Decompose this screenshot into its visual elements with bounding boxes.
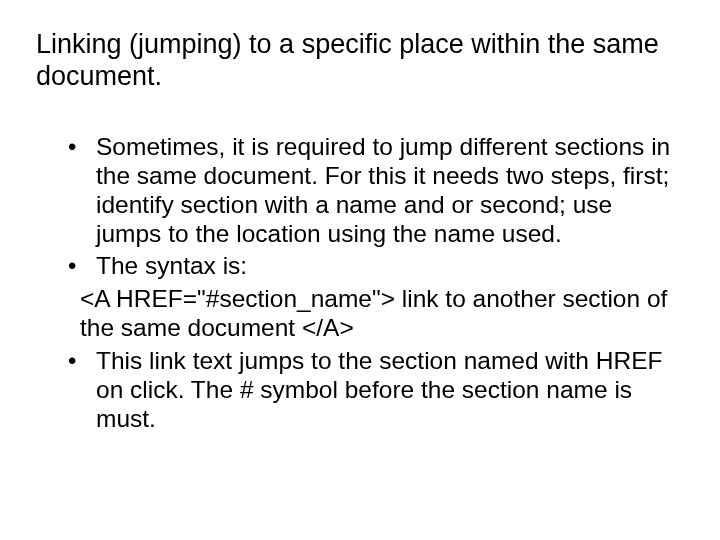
- syntax-line: <A HREF="#section_name"> link to another…: [64, 285, 684, 343]
- slide: Linking (jumping) to a specific place wi…: [0, 0, 720, 540]
- bullet-3: This link text jumps to the section name…: [64, 347, 684, 434]
- bullet-1: Sometimes, it is required to jump differ…: [64, 133, 684, 249]
- slide-body: Sometimes, it is required to jump differ…: [36, 133, 684, 434]
- bullet-2: The syntax is:: [64, 252, 684, 281]
- slide-title: Linking (jumping) to a specific place wi…: [36, 28, 684, 93]
